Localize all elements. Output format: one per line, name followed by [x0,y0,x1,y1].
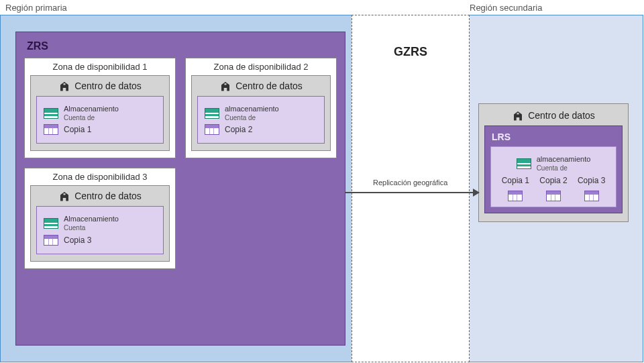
zone-title: Zona de disponibilidad 2 [186,58,336,75]
lrs-copies-labels: Copia 1 Copia 2 Copia 3 [496,176,610,185]
availability-zone: Zona de disponibilidad 2 Centro de datos… [185,58,337,158]
lrs-container: LRS almacenamiento Cuenta de Copia 1 Cop… [484,125,623,213]
lrs-copies-icons [496,191,610,201]
zrs-title: ZRS [27,40,337,52]
diagram-canvas: Región primaria Región secundaria ZRS Zo… [0,0,644,363]
storage-account-box: almacenamiento Cuenta de Copia 2 [197,96,325,144]
zone-title: Zona de disponibilidad 3 [25,168,175,185]
zone-grid: Zona de disponibilidad 1 Centro de datos… [24,58,337,269]
data-copy-icon [44,235,58,246]
secondary-datacenter: Centro de datos LRS almacenamiento Cuent… [478,103,629,222]
datacenter-label: Centro de datos [235,81,303,91]
datacenter-label: Centro de datos [528,110,595,121]
datacenter: Centro de datos Almacenamiento Cuenta [30,185,170,261]
availability-zone: Zona de disponibilidad 1 Centro de datos… [24,58,176,158]
secondary-region-label: Región secundaria [470,3,542,13]
storage-account-label: Almacenamiento Cuenta [64,215,119,231]
storage-account-label: Almacenamiento Cuenta de [64,105,119,121]
availability-zone: Zona de disponibilidad 3 Centro de datos… [24,168,176,268]
copy-label: Copia 3 [64,236,91,245]
data-copy-icon [584,191,599,201]
copy-label: Copia 2 [539,176,567,185]
geo-replication-label: Replicación geográfica [373,178,447,187]
storage-account-icon [44,218,58,229]
datacenter-icon [58,80,70,92]
datacenter-icon [219,80,231,92]
storage-account-icon [517,158,531,169]
datacenter: Centro de datos almacenamiento Cuenta de [191,75,331,151]
datacenter: Centro de datos Almacenamiento Cuenta de [30,75,170,151]
copy-label: Copia 1 [64,125,91,134]
copy-label: Copia 1 [502,176,529,185]
data-copy-icon [205,124,219,135]
data-copy-icon [546,191,561,201]
storage-account-label: almacenamiento Cuenta de [225,105,279,121]
data-copy-icon [508,191,523,201]
datacenter-label: Centro de datos [74,81,142,91]
copy-label: Copia 2 [225,125,252,134]
primary-region-label: Región primaria [5,3,67,13]
geo-replication-arrow [345,192,479,193]
copy-label: Copia 3 [578,176,605,185]
storage-account-icon [205,108,219,119]
datacenter-icon [58,190,70,202]
storage-account-box: Almacenamiento Cuenta Copia 3 [36,206,164,254]
zone-title: Zona de disponibilidad 1 [25,58,175,75]
gzrs-container: GZRS [352,15,470,362]
storage-account-box: Almacenamiento Cuenta de Copia 1 [36,96,164,144]
datacenter-icon [512,109,524,121]
zrs-container: ZRS Zona de disponibilidad 1 Centro de d… [15,32,345,346]
lrs-inner: almacenamiento Cuenta de Copia 1 Copia 2… [490,146,616,207]
storage-account-icon [44,108,58,119]
lrs-title: LRS [492,132,616,142]
storage-account-label: almacenamiento Cuenta de [537,155,591,172]
gzrs-title: GZRS [394,45,427,59]
data-copy-icon [44,124,58,135]
datacenter-label: Centro de datos [74,191,142,201]
